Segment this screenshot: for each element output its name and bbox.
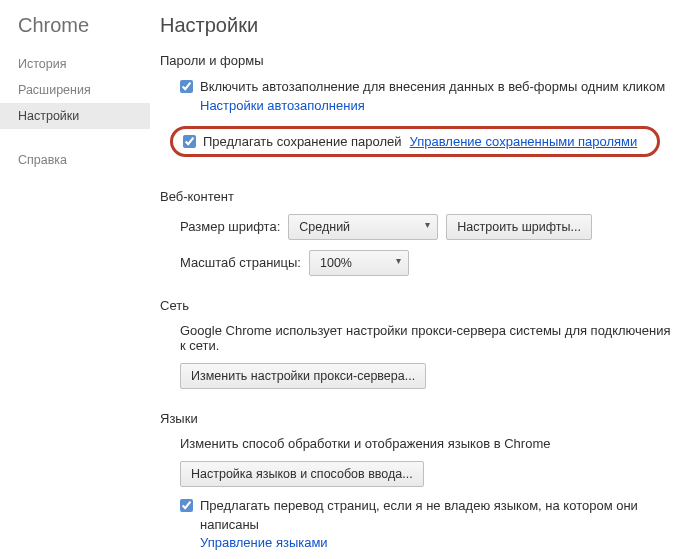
font-size-label: Размер шрифта: <box>180 219 280 234</box>
save-passwords-highlight: Предлагать сохранение паролей Управление… <box>170 126 660 157</box>
section-languages: Языки Изменить способ обработки и отобра… <box>160 411 671 554</box>
sidebar-item-extensions[interactable]: Расширения <box>0 77 150 103</box>
zoom-row: Масштаб страницы: 100% <box>180 250 671 276</box>
translate-row: Предлагать перевод страниц, если я не вл… <box>180 497 671 554</box>
language-settings-button[interactable]: Настройка языков и способов ввода... <box>180 461 424 487</box>
network-description: Google Chrome использует настройки прокс… <box>180 323 671 353</box>
page-title: Настройки <box>160 14 671 37</box>
section-heading-passwords: Пароли и формы <box>160 53 671 68</box>
sidebar-item-settings[interactable]: Настройки <box>0 103 150 129</box>
zoom-label: Масштаб страницы: <box>180 255 301 270</box>
sidebar-item-help[interactable]: Справка <box>0 147 150 173</box>
autofill-checkbox[interactable] <box>180 80 193 93</box>
font-size-select[interactable]: Средний <box>288 214 438 240</box>
font-size-row: Размер шрифта: Средний Настроить шрифты.… <box>180 214 671 240</box>
section-heading-webcontent: Веб-контент <box>160 189 671 204</box>
customize-fonts-button[interactable]: Настроить шрифты... <box>446 214 592 240</box>
section-passwords: Пароли и формы Включить автозаполнение д… <box>160 53 671 167</box>
autofill-row: Включить автозаполнение для внесения дан… <box>180 78 671 116</box>
main-content: Настройки Пароли и формы Включить автоза… <box>150 0 691 559</box>
autofill-settings-link[interactable]: Настройки автозаполнения <box>200 98 365 113</box>
section-network: Сеть Google Chrome использует настройки … <box>160 298 671 389</box>
languages-description: Изменить способ обработки и отображения … <box>180 436 671 451</box>
section-webcontent: Веб-контент Размер шрифта: Средний Настр… <box>160 189 671 276</box>
translate-label: Предлагать перевод страниц, если я не вл… <box>200 498 638 532</box>
autofill-label: Включить автозаполнение для внесения дан… <box>200 79 665 94</box>
section-heading-languages: Языки <box>160 411 671 426</box>
sidebar-item-history[interactable]: История <box>0 51 150 77</box>
save-passwords-label: Предлагать сохранение паролей <box>203 134 402 149</box>
sidebar: Chrome История Расширения Настройки Спра… <box>0 0 150 559</box>
translate-checkbox[interactable] <box>180 499 193 512</box>
section-heading-network: Сеть <box>160 298 671 313</box>
save-passwords-checkbox[interactable] <box>183 135 196 148</box>
zoom-select[interactable]: 100% <box>309 250 409 276</box>
brand-title: Chrome <box>0 14 150 51</box>
proxy-settings-button[interactable]: Изменить настройки прокси-сервера... <box>180 363 426 389</box>
manage-passwords-link[interactable]: Управление сохраненными паролями <box>410 134 638 149</box>
manage-languages-link[interactable]: Управление языками <box>200 535 328 550</box>
